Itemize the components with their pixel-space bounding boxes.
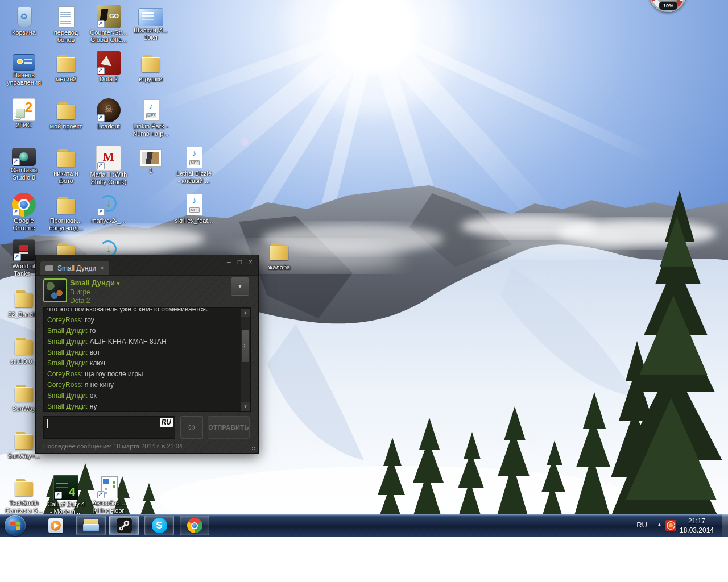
- taskbar-steam-button[interactable]: [109, 516, 139, 535]
- desktop-icon-control-panel[interactable]: Панель управления: [3, 51, 44, 86]
- mp3-tag: MP3: [189, 160, 200, 165]
- camtasia-icon: [12, 148, 36, 166]
- start-button[interactable]: [5, 515, 26, 536]
- message-sender: Small Дунди:: [47, 392, 88, 400]
- windows-logo-icon: [10, 521, 21, 531]
- chat-message: Small Дунди: ну: [47, 401, 241, 412]
- folder-icon: [54, 146, 78, 169]
- shortcut-arrow-icon: [55, 492, 62, 499]
- tab-close-icon[interactable]: ×: [100, 264, 104, 272]
- desktop-icon-dota2[interactable]: Dota 2: [88, 51, 129, 83]
- shortcut-arrow-icon: [13, 209, 20, 216]
- chat-options-dropdown[interactable]: ▼: [231, 277, 249, 296]
- mp3-file-icon: MP3: [139, 98, 163, 122]
- desktop-icon-csgo[interactable]: Counter-Str... Global Offe...: [88, 5, 129, 44]
- scroll-down-icon[interactable]: ▼: [241, 402, 250, 411]
- chat-input-row: RU ☺ ОТПРАВИТЬ: [43, 416, 250, 439]
- desktop-icon-nikita-i-foto[interactable]: никита и фото: [46, 146, 86, 185]
- input-language-indicator: RU: [160, 418, 173, 427]
- scroll-up-icon[interactable]: ▲: [241, 309, 250, 317]
- world-of-tanks-icon: [13, 239, 35, 262]
- desktop-icon-lethal-bizzle-mp3[interactable]: MP3 Lethal Bizzle - клёвый ...: [173, 146, 214, 185]
- desktop-icon-chrome[interactable]: Google Chrome: [3, 193, 44, 232]
- desktop-icon-mafia2[interactable]: Mafia II (With Shitty Crack): [88, 146, 129, 186]
- desktop-icon-killingfloor-update[interactable]: Автообно... KillingFloor: [88, 475, 129, 514]
- chrome-icon: [12, 193, 36, 217]
- shortcut-arrow-icon: [97, 209, 105, 216]
- desktop-icon-label: skrillex_feat...: [173, 217, 214, 225]
- folder-icon: [139, 51, 163, 75]
- 2gis-icon: [13, 98, 35, 121]
- folder-icon: [12, 334, 36, 357]
- show-desktop-button[interactable]: [722, 514, 728, 537]
- friend-name[interactable]: Small Дунди ▾: [70, 278, 119, 287]
- taskbar-chrome-button[interactable]: [180, 516, 209, 535]
- shortcut-arrow-icon: [97, 114, 105, 122]
- taskbar-skype-button[interactable]: S: [144, 516, 174, 535]
- desktop-icon-recycle-bin[interactable]: Корзина: [3, 5, 44, 36]
- skype-letter: S: [156, 520, 162, 531]
- desktop-icon-2gis[interactable]: 2ГИС: [3, 98, 44, 129]
- smiley-icon: ☺: [187, 422, 196, 433]
- chat-message-panel[interactable]: что этот пользователь уже с кем-то обмен…: [43, 307, 251, 412]
- desktop-icon-label: Шилкин,И... 10кл: [130, 27, 171, 41]
- desktop-icon-label: Counter-Str... Global Offe...: [88, 29, 129, 44]
- folder-icon: [54, 193, 78, 217]
- desktop-icon-loadout[interactable]: Loadout: [88, 98, 129, 130]
- friend-name-text: Small Дунди: [70, 278, 115, 287]
- message-text: ALJF-KFHA-KMAF-8JAH: [90, 338, 167, 346]
- desktop-icon-mafiya-2-download[interactable]: mafiya-2-_...: [88, 193, 129, 225]
- desktop-icon-camtasia[interactable]: Camtasia Studio 8: [3, 146, 44, 181]
- chat-tab[interactable]: Small Дунди ×: [40, 261, 109, 275]
- desktop-icon-metin2[interactable]: метин2: [46, 51, 86, 83]
- send-button[interactable]: ОТПРАВИТЬ: [208, 416, 250, 439]
- taskbar-wmp-button[interactable]: [41, 516, 71, 535]
- desktop-icon-techsmith[interactable]: TechSmith Camtasia S...: [3, 475, 44, 514]
- csgo-icon: [97, 5, 121, 28]
- maximize-button[interactable]: □: [238, 259, 242, 265]
- desktop-icon-label: никита и фото: [46, 170, 86, 185]
- desktop-icon-label: mafiya-2-_...: [88, 217, 129, 225]
- desktop-icon-label: Loadout: [88, 123, 129, 130]
- cpu-usage-badge: 10%: [659, 1, 678, 10]
- desktop-icon-label: Dota 2: [88, 76, 129, 83]
- taskbar-clock[interactable]: 21:17 18.03.2014: [675, 517, 719, 535]
- folder-icon: [54, 98, 78, 122]
- desktop-icon-prognozi[interactable]: Прогнози... бонус-код...: [46, 193, 86, 232]
- chat-scrollbar[interactable]: ▲ ▼: [241, 309, 250, 411]
- shortcut-arrow-icon: [13, 158, 20, 165]
- show-hidden-icons-chevron[interactable]: ▲: [657, 522, 662, 527]
- desktop-icon-zhaloba[interactable]: жалоба: [259, 239, 300, 271]
- media-player-icon: [48, 518, 63, 533]
- desktop-icon-moy-proekt[interactable]: мой проект: [46, 98, 86, 130]
- message-sender: Small Дунди:: [47, 402, 88, 410]
- desktop-icon-linkin-park-mp3[interactable]: MP3 Linkin Park - Numb на р...: [130, 98, 171, 138]
- chat-message: CoreyRoss: я не кину: [47, 380, 241, 390]
- chat-input[interactable]: RU: [43, 416, 175, 439]
- close-button[interactable]: ×: [249, 259, 253, 265]
- resize-grip[interactable]: [251, 446, 257, 451]
- taskbar-explorer-button[interactable]: [76, 516, 106, 535]
- chat-message: CoreyRoss: ща гоу после игры: [47, 369, 241, 380]
- minimize-button[interactable]: –: [227, 259, 231, 265]
- desktop-icon-igrushki[interactable]: игрушки: [130, 51, 171, 83]
- desktop-icon-cod4[interactable]: Call of Duty 4 - Modern....: [46, 475, 86, 516]
- chevron-down-icon: ▾: [117, 281, 120, 286]
- desktop-icon-label: TechSmith Camtasia S...: [3, 500, 44, 514]
- skype-icon: S: [152, 518, 167, 533]
- video-file-icon: [138, 8, 163, 26]
- folder-icon: [267, 239, 291, 263]
- avatar[interactable]: [43, 278, 67, 302]
- desktop-icon-perevod-bonov[interactable]: перевод бонов: [46, 5, 86, 44]
- desktop-icon-shilkin[interactable]: Шилкин,И... 10кл: [130, 5, 171, 41]
- desktop-icon-photo-1[interactable]: 1: [130, 146, 171, 174]
- chat-message: Small Дунди: ок: [47, 390, 241, 401]
- steam-chat-window[interactable]: Small Дунди × – □ × Small Дунди ▾ В игре…: [35, 255, 259, 454]
- scrollbar-thumb[interactable]: [242, 330, 249, 362]
- photo-file-icon: [140, 149, 162, 167]
- language-indicator[interactable]: RU: [636, 521, 647, 529]
- emoji-button[interactable]: ☺: [180, 416, 203, 439]
- desktop-icon-skrillex-mp3[interactable]: MP3 skrillex_feat...: [173, 193, 214, 225]
- shortcut-arrow-icon: [97, 491, 105, 498]
- desktop[interactable]: Корзина перевод бонов Counter-Str... Glo…: [0, 0, 728, 537]
